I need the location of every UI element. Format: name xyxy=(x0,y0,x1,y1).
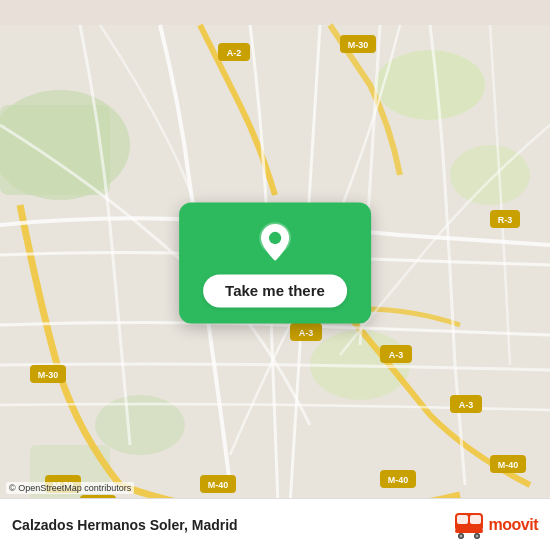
svg-text:A-3: A-3 xyxy=(389,350,404,360)
svg-text:A-3: A-3 xyxy=(299,328,314,338)
svg-text:A-3: A-3 xyxy=(459,400,474,410)
svg-point-39 xyxy=(459,534,462,537)
map-container: M-30 M-30 M-30 A-2 M-30 A-3 A-3 A-3 M-40… xyxy=(0,0,550,550)
svg-point-41 xyxy=(475,534,478,537)
svg-rect-35 xyxy=(457,515,468,524)
svg-text:R-3: R-3 xyxy=(498,215,513,225)
location-name: Calzados Hermanos Soler, Madrid xyxy=(12,517,238,533)
moovit-brand-text: moovit xyxy=(489,516,538,534)
bottom-bar: Calzados Hermanos Soler, Madrid moovit xyxy=(0,498,550,550)
svg-point-33 xyxy=(269,232,281,244)
svg-rect-36 xyxy=(470,515,481,524)
svg-text:M-40: M-40 xyxy=(498,460,519,470)
location-pin-icon xyxy=(253,220,297,264)
svg-text:M-40: M-40 xyxy=(208,480,229,490)
take-me-there-button[interactable]: Take me there xyxy=(203,274,347,307)
svg-rect-37 xyxy=(455,529,483,533)
osm-attribution: © OpenStreetMap contributors xyxy=(6,482,134,494)
svg-text:A-2: A-2 xyxy=(227,48,242,58)
location-card: Take me there xyxy=(179,202,371,323)
moovit-bus-icon xyxy=(453,511,485,539)
svg-rect-2 xyxy=(0,105,110,195)
moovit-logo: moovit xyxy=(453,511,538,539)
svg-text:M-40: M-40 xyxy=(388,475,409,485)
svg-text:M-30: M-30 xyxy=(348,40,369,50)
svg-text:M-30: M-30 xyxy=(38,370,59,380)
